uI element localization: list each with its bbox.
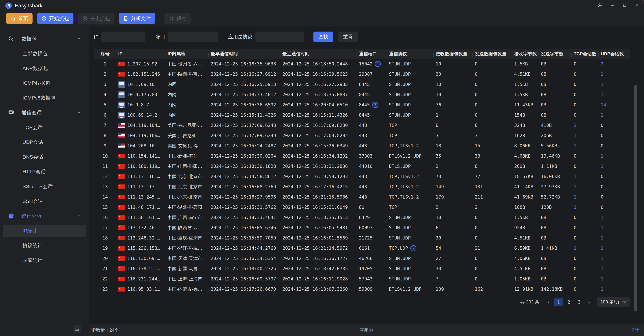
table-row[interactable]: 11.207.15.92中国-贵州省-六…2024-12-25 16:18:35… [94,59,630,69]
cell-port: 19705 [357,266,387,271]
port-value: 8445 [359,92,370,97]
table-row[interactable]: 8104.119.106…美国-弗吉尼亚-…2024-12-25 16:17:0… [94,130,630,141]
table-row[interactable]: 23116.95.33.1…中国-内蒙古-兴…2024-12-25 16:17:… [94,284,630,294]
cell-udp-sessions[interactable]: 1 [599,215,630,220]
more-ports-badge[interactable]: 3 [372,102,378,108]
table-row[interactable]: 19115.236.153…中国-浙江省-杭…2024-12-25 16:14:… [94,243,630,253]
table-row[interactable]: 510.9.8.7内网2024-12-25 16:15:36.65922024-… [94,100,630,110]
cell-udp-sessions[interactable]: 1 [599,245,630,251]
table-row[interactable]: 22116.231.244…中国-上海-上海市2024-12-25 16:16:… [94,274,630,284]
cell-last-seen: 2024-12-25 16:18:07.3260 [280,286,357,292]
table-row[interactable]: 10110.154.141…中国-新疆-喀什2024-12-25 16:16:3… [94,151,630,161]
sidebar: 数据包全部数据包ARP数据包ICMP数据包ICMPv6数据包通信会话TCP会话U… [0,27,89,336]
cell-udp-sessions[interactable]: 1 [599,164,630,169]
table-scrollbar[interactable] [634,85,637,294]
toolbar-button-file[interactable]: 分析文件 [119,13,155,24]
page-button-2[interactable]: 2 [564,297,573,306]
about-link[interactable]: 关于 [630,327,640,333]
sidebar-item[interactable]: ICMP数据包 [3,77,86,89]
cell-tcp-sessions[interactable]: 1 [572,143,599,148]
sidebar-collapse-button[interactable] [73,325,81,333]
page-button-3[interactable]: 3 [575,297,584,306]
close-icon[interactable] [633,2,641,9]
table-row[interactable]: 13111.13.117.…中国-北京-北京市2024-12-25 16:16:… [94,182,630,192]
theme-toggle-icon[interactable] [596,2,604,9]
filter-input-2[interactable] [256,32,304,42]
table-row[interactable]: 15111.48.171.…中国-湖北省-襄阳2024-12-25 16:15:… [94,202,630,212]
cell-tx-bytes: 0B [539,72,572,77]
sidebar-group-header[interactable]: 通信会话 [0,106,89,119]
table-row[interactable]: 310.1.69.10内网2024-12-25 16:16:25.5913202… [94,79,630,90]
cell-index: 20 [94,256,116,261]
page-size-select[interactable]: 100 条/页 [597,297,630,307]
cell-udp-sessions[interactable]: 2 [599,61,630,67]
sidebar-item[interactable]: SSH会话 [3,195,86,207]
cell-udp-sessions[interactable]: 1 [599,82,630,87]
cell-tcp-sessions[interactable]: 1 [572,174,599,179]
table-row[interactable]: 14111.13.245.…中国-北京-北京市2024-12-25 16:18:… [94,192,630,202]
sidebar-item[interactable]: ICMPv6数据包 [3,92,86,104]
cell-tcp-sessions[interactable]: 1 [572,133,599,138]
filter-input-1[interactable] [168,32,218,42]
cell-tcp-sessions[interactable]: 1 [572,184,599,189]
filter-input-0[interactable] [102,32,145,42]
sidebar-item[interactable]: UDP会话 [3,136,86,148]
cell-rx-bytes: 162B [512,133,539,138]
search-button[interactable]: 查找 [314,32,333,42]
scrollbar-thumb[interactable] [634,85,637,311]
cell-tcp-sessions[interactable]: 1 [572,194,599,200]
table-row[interactable]: 18113.248.32.…中国-重庆-重庆市2024-12-25 16:15:… [94,233,630,243]
cell-udp-sessions[interactable]: 1 [599,153,630,159]
sidebar-item[interactable]: 全部数据包 [3,47,86,60]
reset-button[interactable]: 重置 [338,32,358,42]
page-button-1[interactable]: 1 [554,297,563,306]
cell-udp-sessions[interactable]: 1 [599,112,630,118]
cell-udp-sessions[interactable]: 1 [599,256,630,261]
sidebar-item[interactable]: ARP数据包 [3,62,86,75]
table-row[interactable]: 12111.13.116.…中国-北京-北京市2024-12-25 16:14:… [94,171,630,182]
cell-udp-sessions[interactable]: 14 [599,102,630,107]
more-ports-badge[interactable]: 1 [375,61,381,67]
table-row[interactable]: 7104.119.104…美国-弗吉尼亚-…2024-12-25 16:17:0… [94,120,630,130]
sidebar-group-header[interactable]: 数据包 [0,33,89,45]
toolbar-button-home[interactable]: 首页 [6,13,32,24]
maximize-icon[interactable] [621,2,628,9]
sidebar-group-header[interactable]: 统计分析 [0,210,89,222]
more-protocols-badge[interactable]: 2 [410,245,416,251]
cell-first-seen: 2024-12-25 16:18:40.2725 [209,266,280,271]
table-row[interactable]: 16111.58.161.…中国-广西-南宁市2024-12-25 16:18:… [94,212,630,223]
cell-tcp-sessions[interactable]: 1 [572,245,599,251]
prev-page-icon[interactable]: ‹ [545,297,552,306]
cell-udp-sessions[interactable]: 1 [599,276,630,281]
cell-udp-sessions[interactable]: 1 [599,225,630,230]
cell-tx-packets: 0 [473,61,512,67]
minimize-icon[interactable] [608,2,616,9]
cell-udp-sessions[interactable]: 1 [599,92,630,97]
next-page-icon[interactable]: › [585,297,593,306]
sidebar-item[interactable]: SSL/TLS会话 [3,180,86,193]
sidebar-item[interactable]: 协议统计 [3,239,86,252]
table-row[interactable]: 21116.178.2.1…中国-新疆-乌鲁…2024-12-25 16:18:… [94,263,630,274]
table-row[interactable]: 20116.130.69.…中国-天津-天津市2024-12-25 16:16:… [94,253,630,263]
sidebar-item[interactable]: IP统计 [3,225,86,237]
cell-protocol: STUN,UDP [387,82,434,87]
sidebar-item[interactable]: HTTP会话 [3,165,86,178]
sidebar-item[interactable]: 国家统计 [3,254,86,266]
table-row[interactable]: 17113.132.46.…中国-陕西省-西…2024-12-25 16:16:… [94,223,630,233]
table-row[interactable]: 6100.69.14.2内网2024-12-25 16:15:11.432620… [94,110,630,120]
cell-tcp-sessions[interactable]: 2 [572,123,599,128]
table-row[interactable]: 410.9.175.84内网2024-12-25 16:18:33.401220… [94,90,630,100]
sidebar-item[interactable]: DNS会话 [3,151,86,163]
sidebar-item[interactable]: TCP会话 [3,121,86,134]
filter-label: IP [94,34,98,40]
table-row[interactable]: 9104.208.16.…美国-艾奥瓦-得…2024-12-25 16:15:2… [94,141,630,151]
cell-udp-sessions[interactable]: 1 [599,266,630,271]
cell-udp-sessions[interactable]: 1 [599,286,630,292]
cell-udp-sessions[interactable]: 1 [599,72,630,77]
table-row[interactable]: 21.82.151.246中国-陕西省-宝…2024-12-25 16:16:2… [94,69,630,79]
cell-tcp-sessions[interactable]: 1 [572,205,599,210]
status-text: 空闲中 [89,327,644,333]
toolbar-button-play[interactable]: 开始抓包 [37,13,74,24]
cell-udp-sessions[interactable]: 1 [599,235,630,240]
table-row[interactable]: 11110.180.119…中国-山西省-阳…2024-12-25 16:18:… [94,161,630,171]
